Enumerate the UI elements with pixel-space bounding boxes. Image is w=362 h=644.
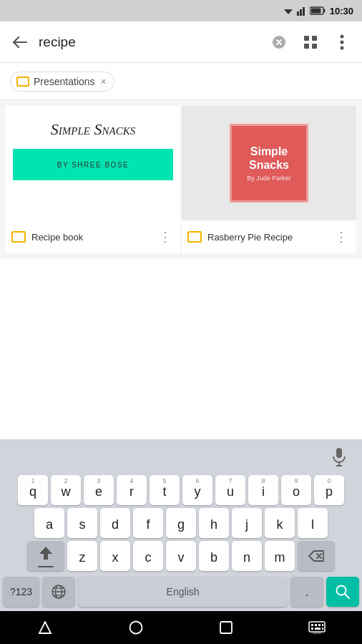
svg-point-16 — [341, 46, 344, 49]
nav-back-icon — [39, 621, 52, 634]
key-k[interactable]: k — [265, 508, 295, 538]
close-icon — [272, 35, 286, 49]
svg-rect-33 — [315, 624, 317, 626]
svg-rect-12 — [304, 44, 309, 49]
globe-icon — [51, 584, 67, 600]
key-v[interactable]: v — [166, 541, 196, 571]
shift-icon — [38, 545, 54, 561]
nav-recents-button[interactable] — [208, 611, 244, 644]
wifi-icon — [283, 6, 294, 16]
key-q[interactable]: 1q — [18, 475, 48, 505]
svg-point-14 — [341, 34, 344, 38]
slide-preview-1: Simple Snacks By Shree Bose — [6, 106, 180, 220]
svg-rect-10 — [304, 36, 309, 41]
search-input[interactable] — [39, 34, 260, 50]
card-thumbnail-1: Simple Snacks By Shree Bose — [6, 106, 180, 220]
key-l[interactable]: l — [298, 508, 328, 538]
search-icon — [335, 584, 351, 600]
key-row-2: a s d f g h j k l — [1, 508, 361, 538]
result-card-rasberry[interactable]: Simple Snacks By Jude Parker Rasberry Pi… — [182, 106, 356, 253]
key-m[interactable]: m — [265, 541, 295, 571]
key-p[interactable]: 0p — [314, 475, 344, 505]
keyboard-rows: 1q 2w 3e 4r 5t 6y 7u 8i 9o 0p a s d f g … — [0, 474, 362, 577]
svg-rect-17 — [336, 448, 342, 458]
key-h[interactable]: h — [199, 508, 229, 538]
status-time: 10:30 — [330, 6, 353, 16]
nav-back-button[interactable] — [27, 611, 63, 644]
doc-icon-2 — [187, 231, 202, 243]
backspace-key[interactable] — [298, 541, 335, 571]
search-key[interactable] — [326, 577, 359, 607]
card-name-2: Rasberry Pie Recipe — [207, 232, 326, 243]
filter-area: Presentations × — [0, 63, 362, 100]
keyboard-top-row — [0, 439, 362, 474]
signal-icon — [297, 6, 307, 16]
nav-recents-icon — [220, 621, 233, 634]
key-t[interactable]: 5t — [150, 475, 180, 505]
nav-home-button[interactable] — [118, 611, 154, 644]
keyboard: 1q 2w 3e 4r 5t 6y 7u 8i 9o 0p a s d f g … — [0, 439, 362, 611]
key-b[interactable]: b — [199, 541, 229, 571]
key-w[interactable]: 2w — [51, 475, 81, 505]
svg-rect-35 — [322, 624, 323, 626]
svg-rect-36 — [311, 628, 313, 630]
key-i[interactable]: 8i — [248, 475, 278, 505]
more-options-button[interactable] — [329, 29, 355, 55]
result-card-recipe-book[interactable]: Simple Snacks By Shree Bose Recipe book … — [6, 106, 180, 253]
backspace-icon — [308, 550, 325, 562]
mic-button[interactable] — [326, 444, 352, 469]
symbols-key[interactable]: ?123 — [3, 577, 39, 607]
svg-point-29 — [129, 622, 142, 634]
clear-search-button[interactable] — [266, 29, 292, 55]
keyboard-bottom-row: ?123 English . — [0, 577, 362, 611]
svg-rect-30 — [220, 622, 232, 633]
svg-rect-3 — [300, 9, 302, 16]
key-row-1: 1q 2w 3e 4r 5t 6y 7u 8i 9o 0p — [1, 475, 361, 505]
status-icons — [283, 6, 326, 16]
svg-marker-20 — [39, 547, 52, 560]
svg-rect-31 — [309, 622, 325, 632]
back-button[interactable] — [7, 29, 33, 55]
rasberry-slide-box: Simple Snacks By Jude Parker — [230, 124, 308, 203]
slide-author-1: By Shree Bose — [57, 161, 129, 169]
presentations-filter-chip[interactable]: Presentations × — [10, 72, 114, 92]
search-bar — [0, 21, 362, 63]
key-o[interactable]: 9o — [281, 475, 311, 505]
key-n[interactable]: n — [232, 541, 262, 571]
key-z[interactable]: z — [67, 541, 97, 571]
grid-view-button[interactable] — [298, 29, 323, 55]
globe-key[interactable] — [42, 577, 75, 607]
nav-home-icon — [129, 620, 143, 635]
svg-rect-5 — [305, 6, 307, 16]
svg-rect-38 — [322, 628, 323, 630]
nav-bar — [0, 611, 362, 644]
svg-rect-8 — [310, 9, 321, 14]
key-y[interactable]: 6y — [182, 475, 212, 505]
key-r[interactable]: 4r — [117, 475, 147, 505]
svg-rect-37 — [315, 628, 321, 630]
key-a[interactable]: a — [34, 508, 64, 538]
svg-line-27 — [345, 594, 349, 598]
key-e[interactable]: 3e — [84, 475, 114, 505]
card-more-2[interactable]: ⋮ — [332, 229, 351, 245]
period-key[interactable]: . — [290, 577, 323, 607]
language-key[interactable]: English — [78, 577, 288, 607]
key-g[interactable]: g — [166, 508, 196, 538]
key-row-3: z x c v b n m — [1, 541, 361, 571]
key-u[interactable]: 7u — [215, 475, 245, 505]
key-s[interactable]: s — [67, 508, 97, 538]
key-d[interactable]: d — [100, 508, 130, 538]
card-name-1: Recipe book — [31, 232, 150, 243]
shift-key[interactable] — [27, 541, 64, 571]
card-more-1[interactable]: ⋮ — [156, 229, 175, 245]
key-f[interactable]: f — [133, 508, 163, 538]
slide-preview-2: Simple Snacks By Jude Parker — [182, 106, 356, 220]
key-x[interactable]: x — [100, 541, 130, 571]
chip-close-button[interactable]: × — [101, 76, 107, 87]
key-j[interactable]: j — [232, 508, 262, 538]
key-c[interactable]: c — [133, 541, 163, 571]
results-grid: Simple Snacks By Shree Bose Recipe book … — [0, 100, 362, 259]
nav-keyboard-button[interactable] — [299, 611, 335, 644]
svg-rect-34 — [318, 624, 321, 626]
chip-label: Presentations — [34, 76, 95, 87]
